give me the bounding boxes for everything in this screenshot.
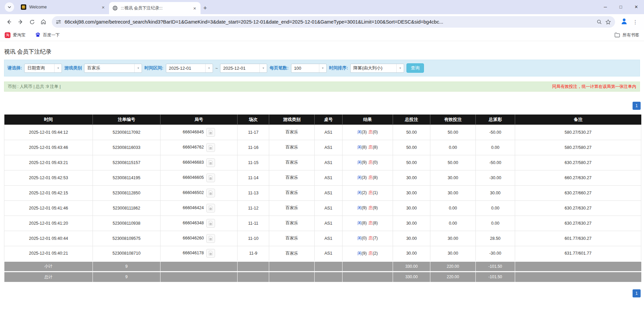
player-result-score: (3) xyxy=(362,130,367,134)
bet-id: 523008112850 xyxy=(93,185,160,200)
player-result-score: (8) xyxy=(362,221,367,225)
video-replay-icon[interactable] xyxy=(206,143,215,152)
maximize-button[interactable]: □ xyxy=(613,0,629,14)
table-no: AS1 xyxy=(314,216,342,231)
per-page-select[interactable]: 100 ▼ xyxy=(291,64,327,73)
col-time: 时间 xyxy=(4,115,93,125)
sort-select[interactable]: 降冪(由大到小) ▼ xyxy=(350,64,404,73)
forward-button[interactable] xyxy=(15,16,26,28)
video-replay-icon[interactable] xyxy=(206,219,215,228)
browser-toolbar: 66cxkj98.com/game/betrecord_search/kind3… xyxy=(0,14,644,30)
taobao-icon: 淘 xyxy=(5,32,10,38)
url-text[interactable]: 66cxkj98.com/game/betrecord_search/kind3… xyxy=(65,19,593,25)
round-cell: 666046683 xyxy=(160,155,237,170)
total-bet-link[interactable]: 30.00 xyxy=(393,216,430,231)
table-no: AS1 xyxy=(314,140,342,155)
date-start-select[interactable]: 2025-12-01 ▼ xyxy=(166,64,213,73)
table-no: AS1 xyxy=(314,155,342,170)
query-type-label: 请选择: xyxy=(7,65,22,71)
col-game-type: 游戏类别 xyxy=(269,115,314,125)
close-window-button[interactable]: ✕ xyxy=(629,0,644,14)
remark: 630.27/660.27 xyxy=(515,185,641,200)
banker-result-label: 庄 xyxy=(368,160,373,165)
bet-id: 523008117092 xyxy=(93,125,160,140)
player-result-score: (9) xyxy=(362,205,367,210)
total-label: 总计 xyxy=(4,271,93,282)
date-end-select[interactable]: 2025-12-01 ▼ xyxy=(220,64,267,73)
bookmark-star-icon[interactable] xyxy=(605,19,611,25)
video-replay-icon[interactable] xyxy=(206,249,215,258)
page-1-button[interactable]: 1 xyxy=(633,289,641,297)
toolbar-right: ⋮ xyxy=(618,18,641,26)
bet-time: 2025-12-01 05:42:15 xyxy=(4,185,93,200)
bet-time: 2025-12-01 05:41:20 xyxy=(4,216,93,231)
col-valid-bet: 有效投注 xyxy=(430,115,475,125)
round-cell: 666046424 xyxy=(160,200,237,216)
table-row: 2025-12-01 05:42:53 523008114195 6660466… xyxy=(4,170,641,185)
tab-welcome[interactable]: Welcome × xyxy=(17,0,109,14)
video-replay-icon[interactable] xyxy=(206,189,215,197)
player-result-label: 闲 xyxy=(357,221,362,225)
close-tab-icon[interactable]: × xyxy=(101,4,106,10)
minimize-button[interactable]: ─ xyxy=(598,0,613,14)
search-button[interactable]: 查询 xyxy=(406,63,424,73)
tab-betrecord[interactable]: :::视讯 会员下注纪录::: × xyxy=(109,2,201,14)
total-bet-link[interactable]: 30.00 xyxy=(393,231,430,246)
close-tab-icon[interactable]: × xyxy=(192,5,197,11)
game-type-select[interactable]: 百家乐 ▼ xyxy=(84,64,142,73)
round-id: 666046502 xyxy=(183,190,204,195)
banker-result-label: 庄 xyxy=(368,221,373,225)
total-bet-link[interactable]: 50.00 xyxy=(393,140,430,155)
all-bookmarks-label: 所有书签 xyxy=(622,32,639,38)
bookmark-taobao[interactable]: 淘 爱淘宝 xyxy=(5,32,26,38)
total-row: 总计 9 330.00 220.00 -101.50 xyxy=(4,271,641,282)
video-replay-icon[interactable] xyxy=(206,234,215,243)
game-type: 百家乐 xyxy=(269,125,314,140)
game-type: 百家乐 xyxy=(269,231,314,246)
bet-time: 2025-12-01 05:44:12 xyxy=(4,125,93,140)
new-tab-button[interactable]: + xyxy=(203,5,207,11)
back-button[interactable] xyxy=(3,16,15,28)
total-bet-link[interactable]: 30.00 xyxy=(393,246,430,261)
address-bar[interactable]: 66cxkj98.com/game/betrecord_search/kind3… xyxy=(52,16,615,28)
total-bet-link[interactable]: 30.00 xyxy=(393,185,430,200)
date-start-value: 2025-12-01 xyxy=(166,66,194,71)
query-type-select[interactable]: 日期查询 ▼ xyxy=(24,64,62,73)
bookmarks-bar: 淘 爱淘宝 百度一下 所有书签 xyxy=(0,30,644,41)
video-replay-icon[interactable] xyxy=(206,128,215,137)
menu-dots-icon[interactable]: ⋮ xyxy=(633,19,638,25)
tab-search-button[interactable] xyxy=(5,2,14,12)
chevron-down-icon: ▼ xyxy=(134,64,142,72)
result-cell: 闲(3)庄(8) xyxy=(343,170,393,185)
banker-result-score: (8) xyxy=(372,145,378,150)
round-id: 666046605 xyxy=(183,175,204,180)
zoom-icon[interactable] xyxy=(597,19,602,25)
valid-bet: 30.00 xyxy=(430,231,475,246)
total-bet-link[interactable]: 30.00 xyxy=(393,170,430,185)
bet-id: 523008116033 xyxy=(93,140,160,155)
session: 11-9 xyxy=(237,246,269,261)
page-1-button[interactable]: 1 xyxy=(633,102,641,110)
banker-result-score: (1) xyxy=(372,190,378,195)
video-replay-icon[interactable] xyxy=(206,173,215,182)
all-bookmarks-button[interactable]: 所有书签 xyxy=(614,32,639,38)
bet-id: 523008110938 xyxy=(93,216,160,231)
summary-bar: 币别 : 人民币 | 总共 :9 注单 | 同局有效投注，统一计算在该局第一张注… xyxy=(4,82,640,92)
bookmark-baidu[interactable]: 百度一下 xyxy=(35,32,60,39)
bet-time: 2025-12-01 05:43:21 xyxy=(4,155,93,170)
total-bet-link[interactable]: 50.00 xyxy=(393,155,430,170)
home-button[interactable] xyxy=(38,16,49,28)
video-replay-icon[interactable] xyxy=(206,158,215,167)
col-bet-id: 注单编号 xyxy=(93,115,160,125)
site-settings-icon[interactable] xyxy=(56,19,61,25)
reload-button[interactable] xyxy=(26,16,38,28)
video-replay-icon[interactable] xyxy=(206,204,215,213)
total-bet-link[interactable]: 50.00 xyxy=(393,125,430,140)
page-title: 视讯 会员下注纪录 xyxy=(4,48,644,56)
profile-avatar[interactable] xyxy=(620,18,628,26)
result-cell: 闲(8)庄(8) xyxy=(343,140,393,155)
payout-cell: -50.00 xyxy=(475,155,515,170)
per-page-value: 100 xyxy=(291,66,304,71)
total-bet-link[interactable]: 30.00 xyxy=(393,200,430,216)
payout-cell: -30.00 xyxy=(475,246,515,261)
